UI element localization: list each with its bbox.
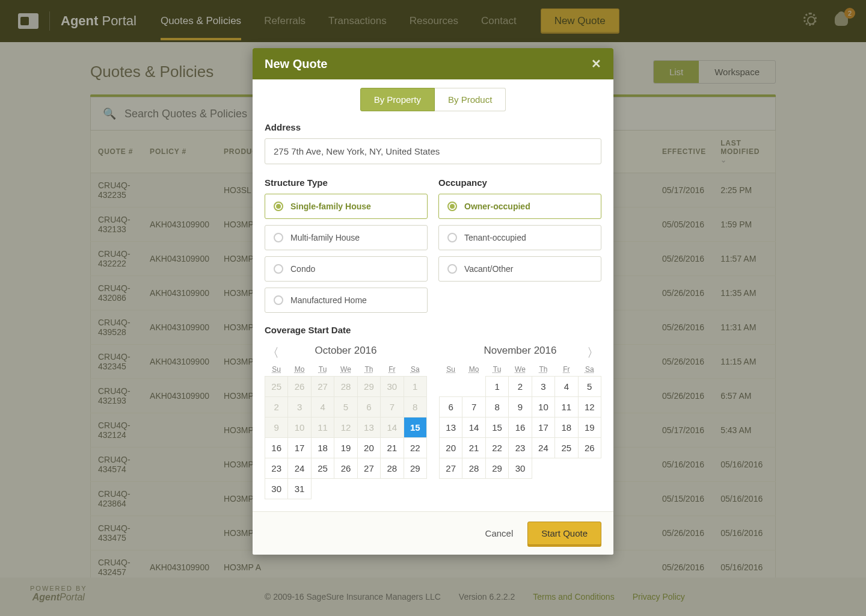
calendar-day: 7 (381, 397, 404, 417)
calendar-day[interactable]: 23 (509, 438, 532, 458)
calendar-day[interactable]: 17 (532, 417, 554, 438)
calendar-title-a: October 2016 (315, 345, 376, 356)
calendar-day[interactable]: 25 (555, 438, 578, 458)
close-icon[interactable]: ✕ (591, 57, 601, 71)
calendar-day[interactable]: 1 (485, 377, 508, 397)
structure-condo[interactable]: Condo (265, 256, 428, 282)
day-header: Fr (555, 363, 578, 377)
radio-icon (447, 264, 457, 274)
structure-single-family[interactable]: Single-family House (265, 194, 428, 219)
calendar-day[interactable]: 12 (578, 397, 601, 417)
label-occupancy: Occupancy (438, 177, 601, 188)
calendar-day[interactable]: 4 (555, 377, 578, 397)
radio-icon (274, 202, 283, 211)
calendar-day[interactable]: 18 (555, 417, 578, 438)
calendar-day[interactable]: 31 (288, 479, 311, 499)
day-header: Mo (288, 363, 311, 377)
calendar-day: 26 (288, 377, 311, 397)
calendar-day[interactable]: 15 (404, 417, 426, 438)
calendar-day: 13 (357, 417, 380, 438)
calendar-day[interactable]: 19 (334, 438, 357, 458)
day-header: Su (440, 363, 462, 377)
calendar-day[interactable]: 10 (532, 397, 554, 417)
calendar-day[interactable]: 19 (578, 417, 601, 438)
calendar-next-button[interactable]: 〉 (582, 342, 604, 363)
calendar-day: 14 (381, 417, 404, 438)
calendar-day: 4 (311, 397, 334, 417)
calendar-month-b: November 2016 〉 SuMoTuWeThFrSa1234567891… (439, 341, 601, 499)
calendar-day[interactable]: 9 (509, 397, 532, 417)
day-header: Th (532, 363, 554, 377)
address-input[interactable] (265, 138, 601, 164)
occupancy-owner[interactable]: Owner-occupied (438, 194, 601, 219)
calendar-day[interactable]: 24 (288, 458, 311, 479)
calendar-day: 10 (288, 417, 311, 438)
calendar-day[interactable]: 27 (440, 458, 462, 479)
calendar-day[interactable]: 29 (485, 458, 508, 479)
calendar-day[interactable]: 2 (509, 377, 532, 397)
radio-icon (274, 264, 283, 274)
calendar-day: 8 (404, 397, 426, 417)
day-header: Th (357, 363, 380, 377)
calendar-day[interactable]: 14 (462, 417, 485, 438)
calendar-day[interactable]: 16 (265, 438, 288, 458)
day-header: Sa (578, 363, 601, 377)
calendar-day[interactable]: 20 (357, 438, 380, 458)
calendar-day[interactable]: 5 (578, 377, 601, 397)
calendar-day[interactable]: 21 (381, 438, 404, 458)
calendar-day[interactable]: 30 (509, 458, 532, 479)
label-coverage-start: Coverage Start Date (265, 325, 601, 335)
calendar-day: 12 (334, 417, 357, 438)
calendar-day[interactable]: 17 (288, 438, 311, 458)
calendar-day[interactable]: 27 (357, 458, 380, 479)
calendar-day[interactable]: 22 (404, 438, 426, 458)
day-header: Tu (311, 363, 334, 377)
calendar-day: 25 (265, 377, 288, 397)
calendar-day[interactable]: 3 (532, 377, 554, 397)
day-header: We (509, 363, 532, 377)
structure-manufactured[interactable]: Manufactured Home (265, 288, 428, 313)
calendar-day: 6 (357, 397, 380, 417)
structure-multi-family[interactable]: Multi-family House (265, 225, 428, 250)
calendar-day[interactable]: 6 (440, 397, 462, 417)
calendar-day: 29 (357, 377, 380, 397)
calendar-day[interactable]: 16 (509, 417, 532, 438)
radio-icon (274, 233, 283, 242)
calendar-day[interactable]: 22 (485, 438, 508, 458)
calendar-day[interactable]: 8 (485, 397, 508, 417)
new-quote-modal: New Quote ✕ By Property By Product Addre… (253, 48, 613, 555)
modal-title: New Quote (265, 57, 327, 71)
calendar-day[interactable]: 18 (311, 438, 334, 458)
calendar-day: 11 (311, 417, 334, 438)
calendar-prev-button[interactable]: 〈 (262, 342, 284, 363)
calendar-day[interactable]: 24 (532, 438, 554, 458)
tab-by-property[interactable]: By Property (360, 88, 435, 111)
day-header: Sa (404, 363, 426, 377)
calendar-day: 1 (404, 377, 426, 397)
calendar-day[interactable]: 26 (334, 458, 357, 479)
calendar-day: 27 (311, 377, 334, 397)
calendar-day[interactable]: 29 (404, 458, 426, 479)
occupancy-tenant[interactable]: Tenant-occupied (438, 225, 601, 250)
label-structure-type: Structure Type (265, 177, 428, 188)
calendar-day[interactable]: 25 (311, 458, 334, 479)
calendar-day[interactable]: 13 (440, 417, 462, 438)
start-quote-button[interactable]: Start Quote (527, 522, 601, 545)
calendar-day[interactable]: 11 (555, 397, 578, 417)
calendar-day[interactable]: 30 (265, 479, 288, 499)
calendar-day[interactable]: 26 (578, 438, 601, 458)
calendar-day[interactable]: 21 (462, 438, 485, 458)
calendar-day[interactable]: 15 (485, 417, 508, 438)
calendar-day: 9 (265, 417, 288, 438)
occupancy-vacant[interactable]: Vacant/Other (438, 256, 601, 282)
cancel-button[interactable]: Cancel (485, 528, 514, 538)
calendar-day[interactable]: 28 (381, 458, 404, 479)
calendar-day[interactable]: 23 (265, 458, 288, 479)
calendar-day[interactable]: 20 (440, 438, 462, 458)
calendar-day[interactable]: 28 (462, 458, 485, 479)
day-header: Su (265, 363, 288, 377)
calendar-day: 5 (334, 397, 357, 417)
calendar-day: 30 (381, 377, 404, 397)
tab-by-product[interactable]: By Product (435, 88, 506, 111)
calendar-day[interactable]: 7 (462, 397, 485, 417)
